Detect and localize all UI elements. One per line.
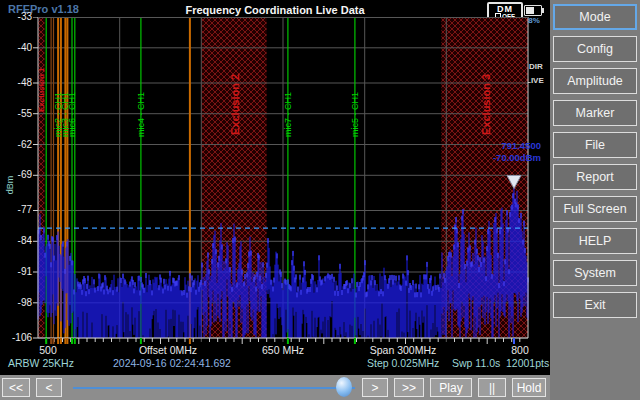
rbw-label: ARBW 25KHz	[8, 357, 74, 369]
step-back-button[interactable]: <	[36, 378, 62, 397]
y-axis-label: -77	[6, 204, 32, 215]
timeline-slider-track[interactable]	[73, 387, 355, 389]
sidebar-button-exit[interactable]: Exit	[553, 292, 637, 318]
sidebar-button-file[interactable]: File	[553, 132, 637, 158]
sweep-time-label: Swp 11.0s	[452, 357, 500, 369]
transport-bar: << < > >> Play || Hold	[0, 375, 550, 400]
svg-text:Exclusion 1: Exclusion 1	[37, 67, 46, 112]
offset-label: Offset 0MHz	[118, 344, 218, 356]
svg-text:Exclusion 2: Exclusion 2	[229, 74, 241, 135]
spectrum-plot: Exclusion 1Exclusion 2Exclusion 3mic2 - …	[33, 17, 530, 347]
svg-text:Exclusion 3: Exclusion 3	[480, 74, 492, 135]
timestamp: 2024-09-16 02:24:41.692	[113, 357, 231, 369]
peak-amplitude-value: -70.00dBm	[455, 152, 541, 164]
peak-marker-readout: 791.4500 -70.00dBm	[455, 140, 541, 164]
rewind-button[interactable]: <<	[2, 378, 30, 397]
y-axis-label: -33	[6, 11, 32, 22]
y-axis-label: -91	[6, 266, 32, 277]
spectrum-analyzer-screen: RFEPro v1.18 Frequency Coordination Live…	[0, 0, 640, 400]
battery-nub	[542, 8, 544, 13]
dm-badge-text: DM	[497, 6, 513, 13]
x-axis-end-label: 800	[502, 344, 538, 356]
hold-button[interactable]: Hold	[512, 378, 546, 397]
sidebar-button-help[interactable]: HELP	[553, 228, 637, 254]
y-axis-label: -48	[6, 77, 32, 88]
timeline-slider-thumb[interactable]	[336, 377, 352, 397]
sweep-points-label: 12001pts	[506, 357, 549, 369]
dir-label: DIR	[529, 62, 543, 71]
peak-frequency-value: 791.4500	[455, 140, 541, 152]
sidebar-button-report[interactable]: Report	[553, 164, 637, 190]
play-button[interactable]: Play	[430, 378, 472, 397]
step-forward-button[interactable]: >	[362, 378, 388, 397]
fast-forward-button[interactable]: >>	[394, 378, 424, 397]
sidebar-button-full-screen[interactable]: Full Screen	[553, 196, 637, 222]
pause-button[interactable]: ||	[478, 378, 506, 397]
svg-text:mic7 - CH1: mic7 - CH1	[283, 92, 293, 137]
x-axis-center-label: 650 MHz	[243, 344, 323, 356]
sidebar-button-config[interactable]: Config	[553, 36, 637, 62]
span-label: Span 300MHz	[353, 344, 453, 356]
battery-icon	[524, 5, 542, 16]
battery-fill	[526, 7, 534, 14]
svg-text:mic5 - CH1: mic5 - CH1	[350, 92, 360, 137]
y-axis-label: -62	[6, 139, 32, 150]
svg-text:mic4 - CH1: mic4 - CH1	[136, 92, 146, 137]
sidebar-button-system[interactable]: System	[553, 260, 637, 286]
y-axis-label: -55	[6, 108, 32, 119]
y-axis-label: -40	[6, 42, 32, 53]
svg-text:mic6 - CH1: mic6 - CH1	[67, 92, 77, 137]
sidebar-menu: Mode Config Amplitude Marker File Report…	[550, 0, 640, 400]
x-axis-start-label: 500	[36, 344, 60, 356]
step-label: Step 0.025MHz	[367, 357, 439, 369]
sidebar-button-amplitude[interactable]: Amplitude	[553, 68, 637, 94]
page-title: Frequency Coordination Live Data	[110, 4, 440, 16]
y-axis-label: -98	[6, 297, 32, 308]
y-axis-label: -106	[6, 332, 32, 343]
sidebar-button-marker[interactable]: Marker	[553, 100, 637, 126]
y-axis-label: -84	[6, 235, 32, 246]
y-axis-unit: dBm	[5, 176, 15, 195]
sidebar-button-mode[interactable]: Mode	[553, 4, 637, 30]
